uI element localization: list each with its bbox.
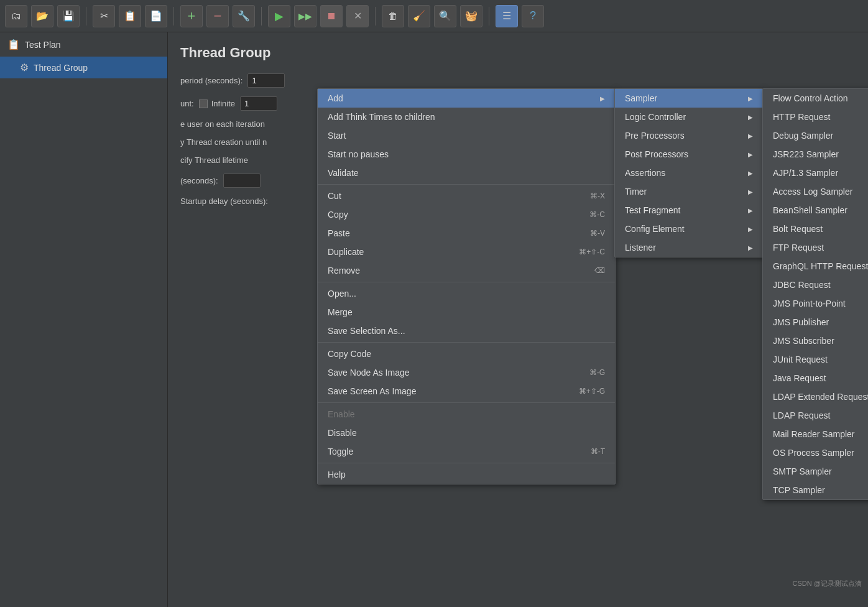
menu-save-screen-shortcut: ⌘+⇧-G bbox=[579, 387, 605, 396]
menu-item-add-think-times[interactable]: Add Think Times to children bbox=[318, 108, 615, 126]
submenu-item-logic-controller[interactable]: Logic Controller ▶ bbox=[615, 108, 763, 126]
paste-button[interactable]: 📄 bbox=[145, 5, 167, 27]
menu-add-arrow: ▶ bbox=[600, 95, 605, 102]
sampler-jms-publisher-label: JMS Publisher bbox=[773, 317, 829, 327]
sampler-item-jms-subscriber[interactable]: JMS Subscriber bbox=[763, 331, 868, 350]
menu-cut-shortcut: ⌘-X bbox=[590, 192, 605, 200]
sampler-item-graphql-http-request[interactable]: GraphQL HTTP Request bbox=[763, 257, 868, 276]
tree-item-test-plan[interactable]: 📋 Test Plan bbox=[0, 32, 167, 57]
sampler-item-ldap-extended-request[interactable]: LDAP Extended Request bbox=[763, 387, 868, 406]
sampler-flow-control-action-label: Flow Control Action bbox=[773, 93, 848, 103]
new-button[interactable]: 🗂 bbox=[5, 5, 27, 27]
menu-item-disable[interactable]: Disable bbox=[318, 424, 615, 442]
menu-toggle-label: Toggle bbox=[328, 447, 353, 456]
sampler-item-flow-control-action[interactable]: Flow Control Action bbox=[763, 89, 868, 108]
submenu-item-timer[interactable]: Timer ▶ bbox=[615, 182, 763, 201]
sampler-item-tcp-sampler[interactable]: TCP Sampler bbox=[763, 481, 868, 499]
seconds-input[interactable] bbox=[223, 174, 261, 188]
menu-start-label: Start bbox=[328, 131, 346, 141]
sampler-item-debug-sampler[interactable]: Debug Sampler bbox=[763, 126, 868, 145]
menu-item-remove[interactable]: Remove ⌫ bbox=[318, 261, 615, 280]
separator-1 bbox=[86, 7, 86, 25]
menu-item-save-node[interactable]: Save Node As Image ⌘-G bbox=[318, 363, 615, 382]
menu-item-start-no-pauses[interactable]: Start no pauses bbox=[318, 145, 615, 164]
submenu-item-config-element[interactable]: Config Element ▶ bbox=[615, 220, 763, 238]
shutdown-button[interactable]: ✕ bbox=[346, 5, 369, 27]
submenu-item-test-fragment[interactable]: Test Fragment ▶ bbox=[615, 201, 763, 220]
menu-item-cut[interactable]: Cut ⌘-X bbox=[318, 187, 615, 205]
stop-button[interactable]: ⏹ bbox=[320, 5, 343, 27]
left-panel: 📋 Test Plan ⚙ Thread Group bbox=[0, 32, 168, 607]
menu-item-duplicate[interactable]: Duplicate ⌘+⇧-C bbox=[318, 243, 615, 261]
sampler-item-jms-point-to-point[interactable]: JMS Point-to-Point bbox=[763, 294, 868, 313]
menu-item-help[interactable]: Help bbox=[318, 465, 615, 484]
sampler-item-java-request[interactable]: Java Request bbox=[763, 369, 868, 387]
csdn-watermark: CSDN @记录测试点滴 bbox=[793, 579, 862, 588]
period-input[interactable] bbox=[247, 73, 285, 88]
menu-item-save-screen[interactable]: Save Screen As Image ⌘+⇧-G bbox=[318, 382, 615, 401]
sampler-item-access-log-sampler[interactable]: Access Log Sampler bbox=[763, 182, 868, 201]
menu-item-merge[interactable]: Merge bbox=[318, 303, 615, 322]
separator-4 bbox=[375, 7, 376, 25]
submenu-test-fragment-arrow: ▶ bbox=[748, 207, 753, 214]
clear-all-button[interactable]: 🧹 bbox=[408, 5, 430, 27]
sampler-item-bolt-request[interactable]: Bolt Request bbox=[763, 220, 868, 238]
sampler-item-ajp-sampler[interactable]: AJP/1.3 Sampler bbox=[763, 164, 868, 182]
infinite-checkbox[interactable] bbox=[199, 100, 208, 108]
sampler-item-ftp-request[interactable]: FTP Request bbox=[763, 238, 868, 257]
submenu-item-assertions[interactable]: Assertions ▶ bbox=[615, 164, 763, 182]
seconds-label: (seconds): bbox=[180, 176, 218, 185]
sampler-item-smtp-sampler[interactable]: SMTP Sampler bbox=[763, 462, 868, 481]
sampler-item-os-process-sampler[interactable]: OS Process Sampler bbox=[763, 443, 868, 462]
sampler-item-jdbc-request[interactable]: JDBC Request bbox=[763, 276, 868, 294]
menu-sep-3 bbox=[318, 342, 615, 343]
menu-item-add[interactable]: Add ▶ bbox=[318, 89, 615, 108]
search-button[interactable]: 🔍 bbox=[434, 5, 456, 27]
submenu-post-processors-label: Post Processors bbox=[625, 149, 688, 159]
sampler-item-ldap-request[interactable]: LDAP Request bbox=[763, 406, 868, 425]
sampler-ldap-request-label: LDAP Request bbox=[773, 410, 830, 420]
period-label: period (seconds): bbox=[180, 76, 242, 85]
save-button[interactable]: 💾 bbox=[57, 5, 80, 27]
menu-item-save-selection[interactable]: Save Selection As... bbox=[318, 322, 615, 340]
sampler-item-http-request[interactable]: HTTP Request bbox=[763, 108, 868, 126]
add-button[interactable]: + bbox=[180, 5, 203, 27]
start-button[interactable]: ▶ bbox=[268, 5, 290, 27]
sampler-item-junit-request[interactable]: JUnit Request bbox=[763, 350, 868, 369]
menu-sep-4 bbox=[318, 402, 615, 403]
list-button[interactable]: ☰ bbox=[496, 5, 518, 27]
submenu-pre-processors-label: Pre Processors bbox=[625, 131, 685, 141]
broom-button[interactable]: 🧺 bbox=[460, 5, 482, 27]
menu-item-copy-code[interactable]: Copy Code bbox=[318, 345, 615, 363]
cut-button[interactable]: ✂ bbox=[93, 5, 115, 27]
menu-item-paste[interactable]: Paste ⌘-V bbox=[318, 224, 615, 243]
sampler-debug-sampler-label: Debug Sampler bbox=[773, 131, 833, 141]
sampler-item-mail-reader-sampler[interactable]: Mail Reader Sampler bbox=[763, 425, 868, 443]
copy-button[interactable]: 📋 bbox=[119, 5, 141, 27]
clear-button[interactable]: 🗑 bbox=[382, 5, 404, 27]
sampler-http-request-label: HTTP Request bbox=[773, 112, 830, 122]
menu-item-start[interactable]: Start bbox=[318, 126, 615, 145]
sampler-item-jms-publisher[interactable]: JMS Publisher bbox=[763, 313, 868, 331]
menu-item-toggle[interactable]: Toggle ⌘-T bbox=[318, 442, 615, 461]
menu-item-open[interactable]: Open... bbox=[318, 284, 615, 303]
menu-item-validate[interactable]: Validate bbox=[318, 164, 615, 182]
open-button[interactable]: 📂 bbox=[31, 5, 53, 27]
sampler-access-log-sampler-label: Access Log Sampler bbox=[773, 187, 852, 197]
count-input[interactable] bbox=[240, 96, 277, 111]
submenu-item-pre-processors[interactable]: Pre Processors ▶ bbox=[615, 126, 763, 145]
sampler-item-jsr223-sampler[interactable]: JSR223 Sampler bbox=[763, 145, 868, 164]
browse-button[interactable]: 🔧 bbox=[233, 5, 255, 27]
start-no-pause-button[interactable]: ▶▶ bbox=[294, 5, 316, 27]
remove-button[interactable]: − bbox=[206, 5, 229, 27]
menu-copy-label: Copy bbox=[328, 210, 348, 220]
help-button[interactable]: ? bbox=[522, 5, 544, 27]
sampler-item-beanshell-sampler[interactable]: BeanShell Sampler bbox=[763, 201, 868, 220]
submenu-item-post-processors[interactable]: Post Processors ▶ bbox=[615, 145, 763, 164]
menu-item-copy[interactable]: Copy ⌘-C bbox=[318, 205, 615, 224]
submenu-item-sampler[interactable]: Sampler ▶ bbox=[615, 89, 763, 108]
submenu-item-listener[interactable]: Listener ▶ bbox=[615, 238, 763, 257]
menu-save-screen-label: Save Screen As Image bbox=[328, 386, 416, 396]
submenu-post-processors-arrow: ▶ bbox=[748, 151, 753, 158]
tree-item-thread-group[interactable]: ⚙ Thread Group bbox=[0, 57, 167, 78]
